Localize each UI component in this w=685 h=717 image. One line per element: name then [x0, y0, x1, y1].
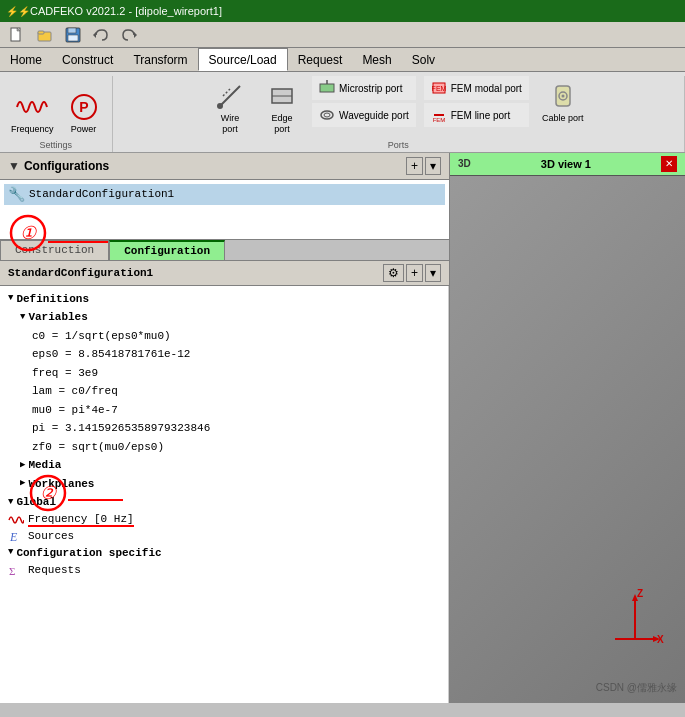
svg-line-13	[223, 89, 230, 96]
save-button[interactable]	[60, 24, 86, 46]
svg-text:①: ①	[20, 223, 37, 243]
menu-mesh[interactable]: Mesh	[352, 48, 401, 71]
config-item-name: StandardConfiguration1	[29, 188, 174, 200]
config-specific-node[interactable]: ▼ Configuration specific	[8, 544, 440, 563]
fem-modal-port-button[interactable]: FEM FEM modal port	[424, 76, 529, 100]
config-specific-label: Configuration specific	[16, 545, 161, 562]
var-freq: freq = 3e9	[8, 364, 440, 383]
left-panel: ▼ Configurations + ▾ 🔧 StandardConfigura…	[0, 153, 450, 703]
ports-group: Wireport Edgeport Mic	[113, 76, 685, 152]
add-config-button[interactable]: +	[406, 157, 423, 175]
edge-port-label: Edgeport	[272, 113, 293, 135]
view-close-button[interactable]: ✕	[661, 156, 677, 172]
fem-line-port-button[interactable]: FEM FEM line port	[424, 103, 529, 127]
configurations-label: Configurations	[24, 159, 109, 173]
svg-text:P: P	[79, 99, 88, 115]
watermark: CSDN @儒雅永缘	[596, 681, 677, 695]
fem-line-port-label: FEM line port	[451, 110, 510, 121]
annotation-2-line	[68, 499, 123, 501]
configurations-title: ▼ Configurations	[8, 159, 109, 173]
variables-arrow: ▼	[20, 311, 25, 325]
svg-marker-7	[93, 32, 96, 38]
variables-node[interactable]: ▼ Variables	[8, 308, 440, 327]
workplanes-node[interactable]: ▶ Workplanes	[8, 475, 440, 494]
svg-rect-3	[38, 31, 44, 34]
add-item-button[interactable]: +	[406, 264, 423, 282]
requests-node[interactable]: Σ Requests	[8, 562, 440, 578]
right-panel: 3D 3D view 1 ✕ Z X CSDN @儒雅永缘	[450, 153, 685, 703]
wire-port-label: Wireport	[221, 113, 240, 135]
svg-text:FEM: FEM	[431, 85, 446, 92]
view-header: 3D 3D view 1 ✕	[450, 153, 685, 176]
menu-source-load[interactable]: Source/Load	[198, 48, 288, 71]
dropdown-item-button[interactable]: ▾	[425, 264, 441, 282]
waveguide-port-button[interactable]: Waveguide port	[312, 103, 416, 127]
config-dropdown-button[interactable]: ▾	[425, 157, 441, 175]
sub-header: StandardConfiguration1 ⚙ + ▾	[0, 261, 449, 286]
microstrip-port-label: Microstrip port	[339, 83, 402, 94]
power-label: Power	[71, 124, 97, 135]
var-zf0: zf0 = sqrt(mu0/eps0)	[8, 438, 440, 457]
config-specific-arrow: ▼	[8, 546, 13, 560]
var-lam: lam = c0/freq	[8, 382, 440, 401]
window-title: CADFEKO v2021.2 - [dipole_wireport1]	[30, 5, 222, 17]
axes-display: Z X	[605, 589, 665, 653]
power-button[interactable]: P Power	[62, 87, 106, 138]
undo-button[interactable]	[88, 24, 114, 46]
text-ports: Microstrip port Waveguide port	[312, 76, 416, 127]
view-title: 3D view 1	[541, 158, 591, 170]
open-button[interactable]	[32, 24, 58, 46]
var-pi: pi = 3.14159265358979323846	[8, 419, 440, 438]
config-arrow-icon: ▼	[8, 159, 20, 173]
var-c0: c0 = 1/sqrt(eps0*mu0)	[8, 327, 440, 346]
annotation-1-line	[48, 241, 108, 243]
frequency-button[interactable]: Frequency	[6, 87, 59, 138]
view-content: Z X CSDN @儒雅永缘	[450, 176, 685, 703]
menu-construct[interactable]: Construct	[52, 48, 123, 71]
title-bar: ⚡⚡ CADFEKO v2021.2 - [dipole_wireport1]	[0, 0, 685, 22]
microstrip-port-button[interactable]: Microstrip port	[312, 76, 416, 100]
svg-text:X: X	[657, 634, 664, 645]
menu-home[interactable]: Home	[0, 48, 52, 71]
edge-port-button[interactable]: Edgeport	[260, 76, 304, 138]
var-eps0: eps0 = 8.85418781761e-12	[8, 345, 440, 364]
media-label: Media	[28, 457, 61, 474]
global-node[interactable]: ▼ Global	[8, 493, 440, 512]
frequency-label: Frequency	[11, 124, 54, 135]
wire-port-button[interactable]: Wireport	[208, 76, 252, 138]
cable-port-button[interactable]: Cable port	[537, 76, 589, 127]
gear-settings-button[interactable]: ⚙	[383, 264, 404, 282]
var-mu0: mu0 = pi*4e-7	[8, 401, 440, 420]
requests-label: Requests	[28, 564, 81, 576]
text-ports-2: FEM FEM modal port FEM FEM line port	[424, 76, 529, 127]
svg-point-12	[217, 103, 223, 109]
frequency-node[interactable]: Frequency [0 Hz]	[8, 512, 440, 528]
settings-group: Frequency P Power Settings	[0, 76, 113, 152]
ribbon: Frequency P Power Settings	[0, 72, 685, 153]
menu-solv[interactable]: Solv	[402, 48, 445, 71]
tabs-row: Construction Configuration	[0, 240, 449, 261]
svg-text:FEM: FEM	[432, 117, 445, 123]
configurations-header: ▼ Configurations + ▾	[0, 153, 449, 180]
media-node[interactable]: ▶ Media	[8, 456, 440, 475]
waveguide-port-label: Waveguide port	[339, 110, 409, 121]
view-id: 3D	[458, 158, 471, 169]
sources-label: Sources	[28, 530, 74, 542]
svg-point-19	[324, 113, 330, 117]
menu-request[interactable]: Request	[288, 48, 353, 71]
new-button[interactable]	[4, 24, 30, 46]
menu-transform[interactable]: Transform	[123, 48, 197, 71]
media-arrow: ▶	[20, 459, 25, 473]
svg-marker-8	[134, 32, 137, 38]
toolbar	[0, 22, 685, 48]
redo-button[interactable]	[116, 24, 142, 46]
config-item-standard[interactable]: 🔧 StandardConfiguration1	[4, 184, 445, 205]
svg-point-18	[321, 111, 333, 119]
annotation-1: ①	[8, 213, 48, 257]
definitions-node[interactable]: ▼ Definitions	[8, 290, 440, 309]
svg-rect-16	[320, 84, 334, 92]
sources-node[interactable]: E Sources	[8, 528, 440, 544]
svg-text:Σ: Σ	[9, 565, 15, 577]
tab-configuration[interactable]: Configuration	[109, 240, 225, 260]
ports-label: Ports	[388, 140, 409, 150]
